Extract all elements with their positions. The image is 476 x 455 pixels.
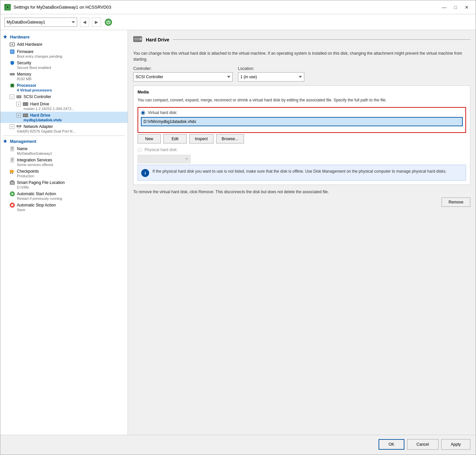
vhd-path-input[interactable] — [141, 117, 463, 126]
hd1-sub: master.1.2.18252.1-304-2472... — [16, 107, 125, 111]
name-sub: MyDataBoxGateway1 — [10, 151, 125, 155]
back-button[interactable]: ◀ — [80, 18, 89, 27]
sidebar-item-auto-stop[interactable]: Automatic Stop Action Save — [0, 201, 128, 213]
management-icon: ★ — [3, 139, 7, 144]
power-button[interactable] — [104, 18, 113, 27]
management-section-header[interactable]: ★ Management — [0, 137, 128, 145]
harddrive-2-header: + Hard Drive — [16, 113, 125, 118]
sidebar-item-harddrive-1[interactable]: + Hard Drive master.1.2.18252.1-304-2472… — [0, 100, 128, 112]
inspect-button[interactable]: Inspect — [189, 134, 213, 143]
remove-btn-row: Remove — [133, 198, 470, 207]
sidebar-item-scsi[interactable]: − SCSI Controller — [0, 93, 128, 100]
security-header: Security — [10, 60, 125, 66]
sidebar-item-memory[interactable]: Memory 8192 MB — [0, 71, 128, 82]
sidebar-item-smart-paging[interactable]: Smart Paging File Location D:\VMs — [0, 179, 128, 190]
panel-divider — [173, 39, 470, 40]
svg-point-24 — [27, 103, 28, 105]
hardware-section-header[interactable]: ★ Hardware — [0, 33, 128, 41]
sidebar-item-add-hardware[interactable]: Add Hardware — [0, 41, 128, 48]
sidebar-item-auto-start[interactable]: Automatic Start Action Restart if previo… — [0, 190, 128, 201]
maximize-button[interactable]: □ — [450, 3, 460, 11]
sidebar-item-integration[interactable]: Integration Services Some services offer… — [0, 156, 128, 168]
auto-start-label: Automatic Start Action — [17, 192, 56, 196]
network-expand-icon[interactable]: + — [10, 124, 14, 129]
auto-stop-sub: Save — [10, 208, 125, 212]
location-group: Location: 1 (in use) — [238, 66, 304, 82]
hd1-icon — [23, 101, 28, 107]
sidebar-item-network[interactable]: + Network Adapter Intel(R) 82576 Gi — [0, 123, 128, 134]
integration-label: Integration Services — [17, 158, 52, 162]
close-button[interactable]: ✕ — [462, 3, 472, 11]
physical-disk-select — [138, 155, 191, 163]
svg-rect-43 — [10, 170, 13, 173]
sidebar: ★ Hardware Add Hardware — [0, 30, 128, 435]
sidebar-item-processor[interactable]: Processor 4 Virtual processors — [0, 82, 128, 93]
edit-button[interactable]: Edit — [163, 134, 187, 143]
network-label: Network Adapter — [24, 124, 53, 129]
memory-sub: 8192 MB — [10, 77, 125, 81]
physical-radio[interactable] — [138, 148, 142, 152]
new-button[interactable]: New — [138, 134, 161, 143]
sidebar-item-checkpoints[interactable]: Checkpoints Production — [0, 168, 128, 179]
auto-stop-icon — [10, 202, 15, 208]
ok-button[interactable]: OK — [379, 439, 404, 450]
sidebar-item-security[interactable]: Security Secure Boot enabled — [0, 59, 128, 71]
cancel-button[interactable]: Cancel — [407, 439, 439, 450]
controller-row: Controller: SCSI Controller Location: 1 … — [133, 66, 470, 82]
title-controls: — □ ✕ — [439, 3, 472, 11]
memory-label: Memory — [17, 72, 31, 77]
checkpoints-header: Checkpoints — [10, 169, 125, 174]
security-label: Security — [17, 61, 31, 65]
smart-paging-label: Smart Paging File Location — [17, 180, 65, 185]
media-desc: You can compact, convert, expand, merge,… — [138, 97, 466, 103]
hd2-expand-icon[interactable]: + — [16, 113, 21, 118]
svg-rect-8 — [11, 50, 14, 53]
svg-rect-53 — [11, 204, 13, 206]
add-hardware-label: Add Hardware — [17, 42, 42, 47]
processor-label: Processor — [17, 83, 36, 88]
action-buttons: New Edit Inspect Browse... — [138, 134, 466, 143]
location-label: Location: — [238, 66, 304, 71]
vhd-radio-label[interactable]: Virtual hard disk: — [148, 110, 177, 115]
svg-rect-56 — [134, 38, 139, 40]
hd2-icon — [23, 113, 28, 118]
minimize-button[interactable]: — — [439, 3, 449, 11]
physical-radio-label: Physical hard disk: — [145, 147, 178, 152]
network-header: + Network Adapter — [10, 124, 125, 129]
auto-start-sub: Restart if previously running — [10, 197, 125, 200]
remove-section: To remove the virtual hard disk, click R… — [133, 189, 470, 207]
scsi-header: − SCSI Controller — [10, 94, 125, 99]
sidebar-item-name[interactable]: Name MyDataBoxGateway1 — [0, 145, 128, 156]
smart-paging-header: Smart Paging File Location — [10, 180, 125, 185]
hd2-sub: mydbg1datadisk.vhdx — [16, 118, 125, 122]
vhd-radio-row: Virtual hard disk: — [141, 110, 463, 115]
hd1-expand-icon[interactable]: + — [16, 102, 21, 106]
scsi-icon — [16, 94, 22, 99]
auto-stop-label: Automatic Stop Action — [17, 203, 56, 207]
sidebar-item-firmware[interactable]: Firmware Boot entry changes pending — [0, 48, 128, 59]
add-hardware-icon — [10, 42, 15, 47]
app-icon — [4, 4, 11, 11]
vhd-input-container — [141, 117, 463, 126]
vm-selector[interactable]: MyDataBoxGateway1 — [4, 18, 77, 27]
network-sub: Intel(R) 82576 Gigabit Dual Port N... — [10, 129, 125, 133]
remove-button[interactable]: Remove — [442, 198, 470, 207]
network-icon — [16, 124, 22, 129]
svg-rect-22 — [19, 96, 21, 97]
sidebar-item-harddrive-2[interactable]: + Hard Drive mydbg1datadisk.vhdx — [0, 112, 128, 123]
controller-select[interactable]: SCSI Controller — [133, 72, 233, 82]
scsi-expand-icon[interactable]: − — [10, 94, 14, 99]
physical-disk-row: Physical hard disk: — [138, 147, 466, 152]
vhd-radio[interactable] — [141, 111, 145, 115]
auto-start-header: Automatic Start Action — [10, 191, 125, 197]
browse-button[interactable]: Browse... — [216, 134, 244, 143]
location-select[interactable]: 1 (in use) — [238, 72, 304, 82]
firmware-icon — [10, 49, 15, 54]
apply-button[interactable]: Apply — [441, 439, 470, 450]
forward-button[interactable]: ▶ — [92, 18, 101, 27]
harddrive-1-header: + Hard Drive — [16, 101, 125, 107]
memory-header: Memory — [10, 72, 125, 77]
management-section-label: Management — [10, 139, 36, 144]
smart-paging-icon — [10, 180, 15, 185]
footer: OK Cancel Apply — [0, 435, 476, 455]
